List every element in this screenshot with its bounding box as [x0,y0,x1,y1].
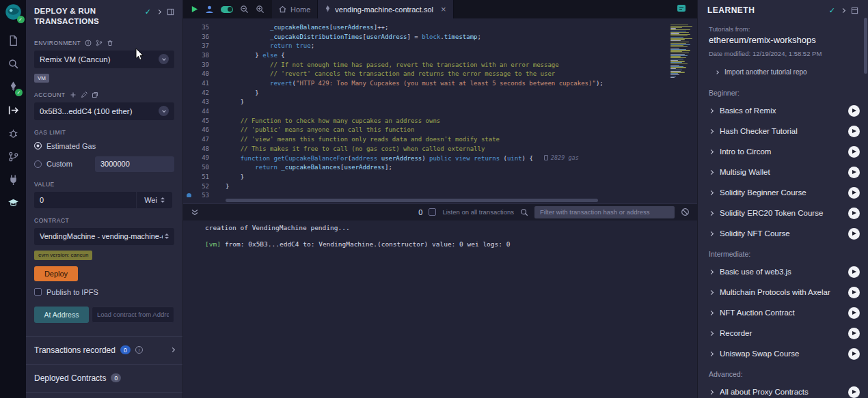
play-tutorial-button[interactable] [848,348,860,360]
code-line[interactable]: 48 // This makes it free to call (no gas… [183,144,668,154]
line-number[interactable]: 49 [183,154,213,161]
custom-gas-input[interactable] [95,156,174,172]
line-number[interactable]: 45 [183,117,213,124]
panel-scrollbar[interactable] [864,18,867,74]
tutorial-item[interactable]: Uniswap Swap Course [698,343,868,364]
tutorial-item[interactable]: NFT Auction Contract [698,302,868,323]
tutorial-item[interactable]: Solidity Beginner Course [698,182,868,203]
tutorial-item[interactable]: Solidity NFT Course [698,223,868,244]
plugin-manager-icon[interactable] [5,172,21,187]
line-number[interactable]: 40 [183,70,213,77]
code-line[interactable]: 51 } [183,172,668,182]
zoom-out-icon[interactable] [240,5,249,14]
play-tutorial-button[interactable] [848,266,860,278]
tutorial-item[interactable]: Multisig Wallet [698,162,868,182]
publish-ipfs-checkbox[interactable] [34,288,42,296]
git-icon[interactable] [5,149,21,164]
terminal-filter-input[interactable] [534,206,675,218]
tab-home[interactable]: Home [272,0,318,18]
fork-state-icon[interactable] [96,40,103,46]
code-line[interactable]: 38 } else { [183,51,668,60]
tab-bar-widget-icon[interactable] [677,3,686,16]
listen-all-checkbox[interactable] [429,208,436,216]
zoom-in-icon[interactable] [256,5,265,14]
tutorial-item[interactable]: Basic use of web3.js [698,261,868,282]
toggle-on-icon[interactable] [221,6,233,13]
code-line[interactable]: 53 [183,190,668,197]
tutorial-item[interactable]: Basics of Remix [698,100,868,121]
close-tab-icon[interactable]: × [441,5,446,14]
play-tutorial-button[interactable] [848,208,860,219]
deploy-button[interactable]: Deploy [34,266,78,281]
pin-panel-icon[interactable] [167,8,174,16]
user-icon[interactable] [205,5,214,14]
custom-gas-option[interactable]: Custom [34,156,174,172]
line-number[interactable]: 44 [183,108,213,115]
play-tutorial-button[interactable] [848,328,860,339]
line-number[interactable]: 46 [183,126,213,133]
contract-select[interactable]: VendingMachine - vending-machine-contrac… [34,228,174,245]
sign-message-icon[interactable] [81,91,87,98]
line-number[interactable]: 48 [183,145,213,152]
line-number[interactable]: 47 [183,136,213,143]
value-input[interactable] [34,192,136,208]
line-number[interactable]: 43 [183,98,213,105]
value-unit-select[interactable]: Wei [137,192,172,208]
code-line[interactable]: 47 // 'view' means this function only re… [183,134,668,144]
line-number[interactable]: 35 [183,24,213,31]
play-tutorial-button[interactable] [848,187,860,199]
code-line[interactable]: 45 // Function to check how many cupcake… [183,116,668,126]
minimap[interactable] [668,23,697,197]
play-tutorial-button[interactable] [848,228,860,240]
account-select[interactable]: 0x5B3...eddC4 (100 ether) [34,102,174,120]
learneth-icon[interactable] [5,195,21,210]
line-number[interactable]: 50 [183,164,213,171]
code-line[interactable]: 50 return _cupcakeBalances[userAddress]; [183,162,668,172]
run-script-icon[interactable] [191,5,198,13]
tutorial-item[interactable]: Recorder [698,323,868,343]
line-number[interactable]: 38 [183,52,213,59]
line-number[interactable]: 53 [183,192,213,197]
tutorial-item[interactable]: Intro to Circom [698,141,868,162]
custom-gas-radio[interactable] [34,160,42,168]
deployed-contracts-section[interactable]: Deployed Contracts 0 [26,364,182,393]
scrollbar-thumb[interactable] [226,199,598,202]
code-line[interactable]: 49 function getCupcakeBalanceFor(address… [183,154,668,163]
code-editor[interactable]: 35 _cupcakeBalances[userAddress]++;36 _c… [183,18,697,197]
code-line[interactable]: 46 // 'public' means anyone can call thi… [183,126,668,135]
line-number[interactable]: 42 [183,89,213,96]
line-number[interactable]: 52 [183,183,213,190]
copy-account-icon[interactable] [92,91,98,98]
debugger-icon[interactable] [5,126,21,141]
publish-to-ipfs-option[interactable]: Publish to IPFS [34,288,174,296]
estimated-gas-radio[interactable] [34,142,42,150]
play-tutorial-button[interactable] [848,105,860,117]
at-address-button[interactable]: At Address [34,307,89,323]
chevron-right-icon[interactable] [841,8,845,12]
search-icon[interactable] [5,56,21,71]
code-line[interactable]: 44 [183,106,668,116]
chevron-right-icon[interactable] [170,347,175,352]
play-tutorial-button[interactable] [848,167,860,178]
play-tutorial-button[interactable] [848,146,860,158]
code-line[interactable]: 41 revert("HTTP 429: Too Many Cupcakes (… [183,79,668,88]
clear-console-icon[interactable] [681,208,690,216]
play-tutorial-button[interactable] [848,287,860,298]
estimated-gas-option[interactable]: Estimated Gas [34,142,174,150]
file-explorer-icon[interactable] [5,33,21,48]
code-line[interactable]: 36 _cupcakeDistributionTimes[userAddress… [183,32,668,42]
delete-state-icon[interactable] [107,40,113,46]
code-line[interactable]: 39 // If not enough time has passed, rev… [183,60,668,70]
solidity-compiler-icon[interactable]: ✓ [5,79,21,94]
code-line[interactable]: 35 _cupcakeBalances[userAddress]++; [183,23,668,32]
at-address-input[interactable] [92,307,174,323]
tutorial-item[interactable]: Multichain Protocols with Axelar [698,282,868,302]
tab-file[interactable]: vending-machine-contract.sol × [318,0,453,18]
collapse-terminal-icon[interactable] [191,208,199,216]
maximize-panel-icon[interactable] [851,7,858,14]
code-line[interactable]: 43 } [183,98,668,107]
terminal-content[interactable]: creation of VendingMachine pending... [v… [183,221,697,398]
play-tutorial-button[interactable] [848,126,860,137]
chevron-right-icon[interactable] [157,10,161,14]
environment-select[interactable]: Remix VM (Cancun) [34,51,174,68]
